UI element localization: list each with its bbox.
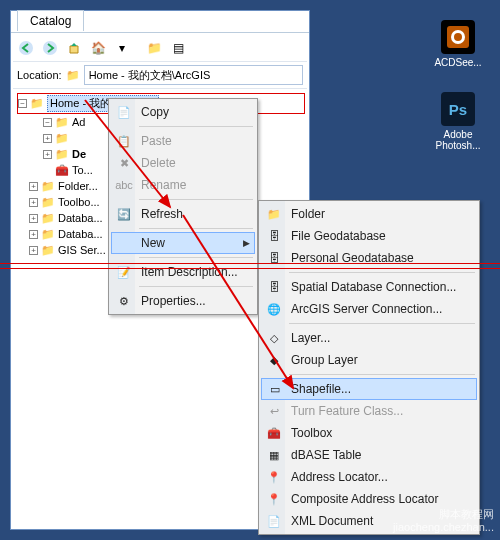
- menu-item-properties[interactable]: ⚙Properties...: [111, 290, 255, 312]
- filegdb-icon: 🗄: [265, 227, 283, 245]
- home-folder-icon: 📁: [30, 97, 44, 111]
- menu-item-label: Composite Address Locator: [291, 492, 438, 506]
- dbase-icon: ▦: [265, 446, 283, 464]
- menu-separator: [139, 199, 253, 200]
- agsconn-icon: 🌐: [265, 300, 283, 318]
- turnfc-icon: ↩: [265, 402, 283, 420]
- menu-item-label: File Geodatabase: [291, 229, 386, 243]
- paste-icon: 📋: [115, 132, 133, 150]
- menu-item-address-locator[interactable]: 📍Address Locator...: [261, 466, 477, 488]
- dropdown-button[interactable]: ▾: [111, 37, 133, 59]
- menu-item-label: Turn Feature Class...: [291, 404, 403, 418]
- refresh-icon: 🔄: [115, 205, 133, 223]
- copy-icon: 📄: [115, 103, 133, 121]
- menu-separator: [289, 323, 475, 324]
- delete-icon: ✖: [115, 154, 133, 172]
- annotation-line: [0, 268, 500, 269]
- location-label: Location:: [17, 69, 62, 81]
- menu-item-label: ArcGIS Server Connection...: [291, 302, 442, 316]
- menu-item-label: Address Locator...: [291, 470, 388, 484]
- label: ACDSee...: [428, 57, 488, 68]
- menu-item-dbase-table[interactable]: ▦dBASE Table: [261, 444, 477, 466]
- expand-icon[interactable]: +: [29, 214, 38, 223]
- location-input[interactable]: [84, 65, 303, 85]
- menu-item-shapefile[interactable]: ▭Shapefile...: [261, 378, 477, 400]
- tree-item-label: Folder...: [58, 180, 98, 192]
- connect-folder-button[interactable]: 📁: [143, 37, 165, 59]
- expand-icon[interactable]: +: [29, 246, 38, 255]
- menu-separator: [139, 257, 253, 258]
- personalgdb-icon: 🗄: [265, 249, 283, 267]
- folder-icon: 📁: [66, 68, 80, 82]
- catalog-title[interactable]: Catalog: [17, 10, 84, 31]
- catalog-toolbar: 🏠 ▾ 📁 ▤: [13, 35, 307, 62]
- menu-separator: [139, 286, 253, 287]
- acdsee-icon: [441, 20, 475, 54]
- back-button[interactable]: [15, 37, 37, 59]
- home-button[interactable]: 🏠: [87, 37, 109, 59]
- menu-item-label: Layer...: [291, 331, 330, 345]
- folder-icon: 📁: [265, 205, 283, 223]
- expand-icon[interactable]: +: [29, 230, 38, 239]
- menu-item-file-geodatabase[interactable]: 🗄File Geodatabase: [261, 225, 477, 247]
- annotation-line: [0, 263, 500, 264]
- tree-node-icon: 📁: [55, 115, 69, 129]
- grouplayer-icon: ◆: [265, 351, 283, 369]
- expand-icon[interactable]: +: [29, 182, 38, 191]
- layer-icon: ◇: [265, 329, 283, 347]
- desktop-shortcut-photoshop[interactable]: Ps Adobe Photosh...: [428, 92, 488, 151]
- tree-item-label: Toolbo...: [58, 196, 100, 208]
- forward-button[interactable]: [39, 37, 61, 59]
- desktop-shortcut-acdsee[interactable]: ACDSee...: [428, 20, 488, 68]
- menu-item-new[interactable]: New▶: [111, 232, 255, 254]
- menu-item-layer[interactable]: ◇Layer...: [261, 327, 477, 349]
- menu-item-paste: 📋Paste: [111, 130, 255, 152]
- expand-icon[interactable]: −: [43, 118, 52, 127]
- tree-item-label: Databa...: [58, 212, 103, 224]
- new-submenu: 📁Folder🗄File Geodatabase🗄Personal Geodat…: [258, 200, 480, 535]
- xml-icon: 📄: [265, 512, 283, 530]
- menu-item-refresh[interactable]: 🔄Refresh: [111, 203, 255, 225]
- tree-item-label: Ad: [72, 116, 85, 128]
- context-menu: 📄Copy📋Paste✖DeleteabcRename🔄RefreshNew▶📝…: [108, 98, 258, 315]
- menu-item-label: Rename: [141, 178, 186, 192]
- desktop-shortcuts: ACDSee... Ps Adobe Photosh...: [428, 20, 488, 175]
- toolbox-icon: 🧰: [265, 424, 283, 442]
- props-icon: ⚙: [115, 292, 133, 310]
- up-button[interactable]: [63, 37, 85, 59]
- toggle-panel-button[interactable]: ▤: [167, 37, 189, 59]
- tree-item-label: De: [72, 148, 86, 160]
- svg-point-3: [454, 33, 462, 41]
- menu-item-label: Paste: [141, 134, 172, 148]
- menu-item-label: Refresh: [141, 207, 183, 221]
- menu-item-personal-geodatabase[interactable]: 🗄Personal Geodatabase: [261, 247, 477, 269]
- collapse-icon[interactable]: −: [18, 99, 27, 108]
- menu-item-rename: abcRename: [111, 174, 255, 196]
- expand-icon[interactable]: +: [43, 134, 52, 143]
- menu-item-spatial-database-connection[interactable]: 🗄Spatial Database Connection...: [261, 276, 477, 298]
- menu-item-label: Shapefile...: [291, 382, 351, 396]
- tree-node-icon: 📁: [41, 243, 55, 257]
- menu-separator: [139, 126, 253, 127]
- tree-node-icon: 📁: [41, 179, 55, 193]
- menu-separator: [289, 374, 475, 375]
- expand-icon: [43, 166, 52, 175]
- watermark: 脚本教程网 jiaocheng.chezhan...: [393, 508, 494, 534]
- menu-item-item-description[interactable]: 📝Item Description...: [111, 261, 255, 283]
- menu-item-group-layer[interactable]: ◆Group Layer: [261, 349, 477, 371]
- menu-item-label: Copy: [141, 105, 169, 119]
- menu-item-label: Toolbox: [291, 426, 332, 440]
- tree-node-icon: 📁: [55, 147, 69, 161]
- menu-item-copy[interactable]: 📄Copy: [111, 101, 255, 123]
- tree-item-label: Databa...: [58, 228, 103, 240]
- rename-icon: abc: [115, 176, 133, 194]
- menu-item-toolbox[interactable]: 🧰Toolbox: [261, 422, 477, 444]
- menu-item-folder[interactable]: 📁Folder: [261, 203, 477, 225]
- expand-icon[interactable]: +: [29, 198, 38, 207]
- menu-item-label: Delete: [141, 156, 176, 170]
- expand-icon[interactable]: +: [43, 150, 52, 159]
- location-bar: Location: 📁: [13, 62, 307, 89]
- svg-point-7: [43, 41, 57, 55]
- menu-item-delete: ✖Delete: [111, 152, 255, 174]
- menu-item-arcgis-server-connection[interactable]: 🌐ArcGIS Server Connection...: [261, 298, 477, 320]
